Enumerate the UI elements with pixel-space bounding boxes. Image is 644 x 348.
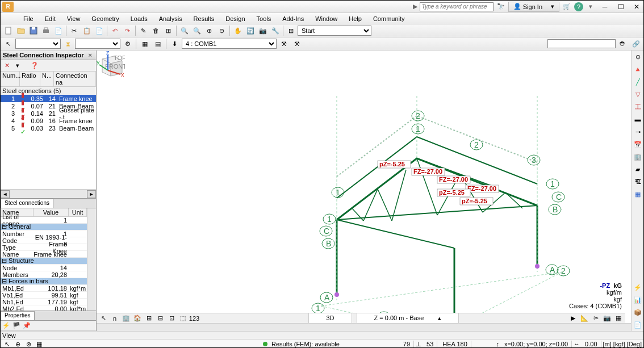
binoculars-icon[interactable]: 🔭: [496, 2, 506, 12]
vb-props-icon[interactable]: ▦: [613, 314, 624, 323]
grid-icon[interactable]: ▦: [139, 38, 150, 50]
menu-edit[interactable]: Edit: [39, 14, 61, 23]
menu-analysis[interactable]: Analysis: [153, 14, 188, 23]
cursor-icon[interactable]: ↖: [2, 38, 14, 50]
help-icon[interactable]: ❓: [30, 61, 39, 70]
bars-icon[interactable]: ⧗: [62, 38, 74, 50]
cut-icon[interactable]: ✂: [68, 25, 80, 37]
menu-design[interactable]: Design: [220, 14, 250, 23]
section-icon[interactable]: 工: [632, 100, 643, 113]
vb-xz-icon[interactable]: ⊟: [155, 314, 165, 323]
node-icon[interactable]: 🔺: [632, 63, 643, 76]
vb-cursor-icon[interactable]: ↖: [98, 314, 108, 323]
calc-icon[interactable]: ⚡: [632, 281, 643, 294]
zoom-all-icon[interactable]: 🔍: [178, 25, 190, 37]
filter-icon[interactable]: ⚡: [2, 321, 11, 330]
select-combo2[interactable]: [75, 39, 120, 49]
s-grid-icon[interactable]: ▦: [35, 339, 44, 348]
menu-window[interactable]: Window: [310, 14, 343, 23]
menu-geometry[interactable]: Geometry: [86, 14, 124, 23]
inspector-row[interactable]: 3▮ ✗0.1421Gusset plate - t: [1, 110, 96, 117]
signin-button[interactable]: 👤Sign In▾: [508, 2, 559, 12]
property-row[interactable]: Mb1,Ed101.18kgf*m: [1, 285, 87, 292]
viewport-3d[interactable]: pZ=-5.25FZ=-27.00FZ=-27.00FZ=-27.00pZ=-5…: [97, 51, 643, 331]
panel-icon[interactable]: ▰: [632, 163, 643, 175]
vb-n-icon[interactable]: n: [110, 314, 120, 323]
property-row[interactable]: Nb1,Ed177.19kgf: [1, 299, 87, 305]
release-icon[interactable]: ⊸: [632, 125, 643, 138]
cart-icon[interactable]: 🛒: [562, 2, 572, 12]
vb-yz-icon[interactable]: ⊡: [166, 314, 177, 323]
zoom-in-icon[interactable]: ⊕: [203, 25, 215, 37]
layers-icon[interactable]: ▤: [152, 38, 164, 50]
close-button[interactable]: ✕: [630, 2, 643, 12]
snap-icon[interactable]: ⊙: [632, 51, 643, 63]
results-icon[interactable]: 📊: [632, 294, 643, 306]
menu-file[interactable]: File: [18, 14, 39, 23]
undo-icon[interactable]: ↶: [109, 25, 121, 37]
scrollbar-horizontal[interactable]: ◄►: [1, 189, 96, 198]
preview-icon[interactable]: 📄: [52, 25, 64, 37]
menu-view[interactable]: View: [61, 14, 86, 23]
copy-icon[interactable]: 📋: [81, 25, 93, 37]
flag-icon[interactable]: 🏴: [12, 321, 21, 330]
load-def-icon[interactable]: 📅: [632, 138, 643, 150]
s-snap1-icon[interactable]: ⊕: [13, 339, 22, 348]
tab-properties[interactable]: Properties: [1, 311, 35, 320]
delete-icon[interactable]: 🗑: [150, 25, 162, 37]
filter-icon[interactable]: ⚙: [122, 38, 133, 50]
property-row[interactable]: ⊟ Forces in bars: [1, 278, 87, 285]
open-icon[interactable]: [15, 25, 27, 37]
link-icon[interactable]: 🔗: [630, 38, 642, 50]
s-snap2-icon[interactable]: ⊗: [24, 339, 33, 348]
building-icon[interactable]: 🏗: [632, 175, 643, 188]
calc2-icon[interactable]: ⚒: [291, 38, 303, 50]
vb-xy-icon[interactable]: ⊞: [144, 314, 154, 323]
vb-3d-icon[interactable]: ⬚: [178, 314, 188, 323]
model-canvas[interactable]: pZ=-5.25FZ=-27.00FZ=-27.00FZ=-27.00pZ=-5…: [97, 51, 642, 331]
vb-clip-icon[interactable]: ✂: [591, 314, 601, 323]
helmet-icon[interactable]: ⛑: [617, 38, 629, 50]
layout-icon[interactable]: ⊞: [285, 25, 297, 37]
scrollbar-vertical[interactable]: [87, 208, 96, 311]
inspector-row[interactable]: 5▮ ✓0.0323Beam-Beam: [1, 124, 96, 132]
minimize-button[interactable]: ─: [598, 2, 612, 12]
vb-cam-icon[interactable]: 📷: [602, 314, 612, 323]
inspector-row[interactable]: 1▮ ✓0.3514Frame knee: [1, 95, 96, 102]
maximize-button[interactable]: ☐: [614, 2, 628, 12]
vb-measure-icon[interactable]: 📐: [579, 314, 589, 323]
inspector-row[interactable]: 4▮ ✓0.0916Frame knee: [1, 117, 96, 124]
new-icon[interactable]: [2, 25, 14, 37]
panel-close-icon[interactable]: ×: [87, 52, 94, 58]
zoom-window-icon[interactable]: 🔍: [191, 25, 203, 37]
table-icon[interactable]: ▦: [632, 188, 643, 200]
pin-icon[interactable]: 📌: [22, 321, 31, 330]
menu-results[interactable]: Results: [188, 14, 220, 23]
window-icon[interactable]: ⊞: [162, 25, 174, 37]
print-icon[interactable]: [40, 25, 52, 37]
support-icon[interactable]: ▽: [632, 88, 643, 100]
delete-icon[interactable]: ✕: [2, 61, 11, 70]
rotate-icon[interactable]: 🔄: [244, 25, 256, 37]
calc-icon[interactable]: ⚒: [278, 38, 290, 50]
load-icon[interactable]: ⬇: [169, 38, 181, 50]
screenshot-icon[interactable]: 📷: [257, 25, 269, 37]
vb-home-icon[interactable]: 🏠: [132, 314, 143, 323]
save-icon[interactable]: [27, 25, 39, 37]
property-row[interactable]: Mb2,Ed0.00kgf*m: [1, 305, 87, 311]
bar-icon[interactable]: ╱: [632, 76, 643, 88]
dropdown-icon[interactable]: ▾: [13, 61, 22, 70]
help-icon[interactable]: ?: [574, 2, 583, 11]
pan-icon[interactable]: ✋: [232, 25, 244, 37]
search-input[interactable]: [420, 2, 494, 11]
load-icon[interactable]: 🏢: [632, 150, 643, 163]
property-row[interactable]: ⊟ Structure: [1, 258, 87, 265]
paste-icon[interactable]: 📄: [93, 25, 105, 37]
layout-combo[interactable]: Start: [298, 26, 371, 36]
chevron-up-icon[interactable]: ▴: [438, 315, 441, 322]
menu-help[interactable]: Help: [343, 14, 367, 23]
property-row[interactable]: TypeFrame Knee: [1, 244, 87, 251]
vb-num-icon[interactable]: 123: [189, 314, 199, 323]
select-combo1[interactable]: [15, 39, 61, 49]
settings-icon[interactable]: 🔧: [269, 25, 281, 37]
